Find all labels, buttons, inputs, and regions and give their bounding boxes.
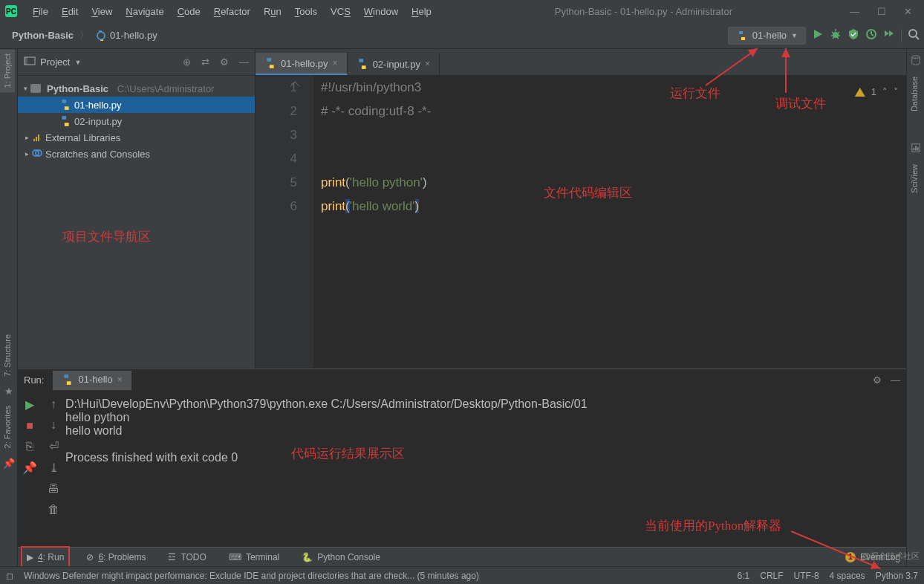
tree-file[interactable]: 02-input.py — [18, 113, 255, 129]
python-file-icon — [264, 57, 276, 69]
rerun-button[interactable]: ▶ — [25, 398, 34, 412]
menu-tools[interactable]: Tools — [289, 3, 323, 20]
editor-tab[interactable]: 01-hello.py × — [256, 53, 348, 75]
scroll-end-button[interactable]: ⤓ — [49, 461, 59, 475]
expand-button[interactable]: ⇄ — [201, 56, 209, 68]
status-interpreter[interactable]: Python 3.7 — [876, 571, 918, 581]
sciview-icon[interactable] — [907, 138, 924, 160]
tree-scratches[interactable]: ▸ Scratches and Consoles — [18, 146, 255, 162]
menu-view[interactable]: View — [85, 3, 118, 20]
svg-point-5 — [909, 30, 917, 37]
editor-tab[interactable]: 02-input.py × — [348, 53, 440, 75]
close-tab-icon[interactable]: × — [425, 59, 430, 69]
coverage-button[interactable] — [847, 28, 859, 42]
run-anything-button[interactable] — [883, 28, 895, 42]
up-button[interactable]: ↑ — [51, 398, 56, 411]
warning-icon[interactable] — [855, 88, 865, 97]
svg-rect-15 — [38, 134, 39, 141]
pin-button[interactable]: 📌 — [22, 461, 37, 475]
tool-database[interactable]: Database — [907, 72, 922, 116]
status-encoding[interactable]: UTF-8 — [794, 571, 819, 581]
run-tab[interactable]: 01-hello × — [53, 371, 131, 390]
minimize-button[interactable]: — — [850, 6, 859, 17]
status-line-sep[interactable]: CRLF — [760, 571, 783, 581]
bottom-tab-pyconsole[interactable]: 🐍Python Console — [297, 548, 385, 566]
menu-edit[interactable]: Edit — [56, 3, 84, 20]
maximize-button[interactable]: ☐ — [877, 6, 886, 17]
layout-button[interactable]: ⎘ — [26, 440, 33, 453]
menu-refactor[interactable]: Refactor — [208, 3, 256, 20]
python-file-icon — [357, 58, 368, 70]
run-settings-icon[interactable]: ⚙ — [873, 374, 882, 386]
next-highlight-button[interactable]: ˅ — [894, 80, 899, 104]
menu-navigate[interactable]: Navigate — [120, 3, 169, 20]
bottom-tab-todo[interactable]: ☲TODO — [163, 548, 210, 566]
status-position[interactable]: 6:1 — [738, 571, 750, 581]
pin-icon[interactable]: 📌 — [0, 453, 17, 473]
close-tab-icon[interactable]: × — [333, 58, 338, 68]
run-icon: ▶ — [27, 552, 33, 562]
locate-button[interactable]: ⊕ — [183, 56, 191, 68]
tool-sciview[interactable]: SciView — [907, 160, 922, 198]
chevron-down-icon: ▼ — [74, 59, 81, 66]
run-button[interactable] — [812, 28, 824, 42]
bottom-tab-run[interactable]: ▶4: Run — [22, 548, 68, 566]
window-title: Python-Basic - 01-hello.py - Administrat… — [437, 6, 850, 17]
database-icon[interactable] — [907, 51, 924, 72]
code-editor[interactable]: 123456 1 ˄ ˅ #!/usr/bin/python3 # -*- co… — [256, 76, 906, 368]
svg-text:PC: PC — [6, 7, 16, 16]
status-icon[interactable]: ◻ — [6, 571, 13, 581]
debug-button[interactable] — [830, 28, 842, 42]
run-panel-label: Run: — [24, 374, 44, 386]
run-config-selector[interactable]: 01-hello ▼ — [728, 27, 806, 45]
menu-vcs[interactable]: VCS — [325, 3, 357, 20]
python-icon — [62, 374, 74, 386]
chevron-right-icon: 〉 — [79, 29, 89, 42]
breadcrumb-file[interactable]: 01-hello.py — [95, 30, 157, 42]
project-tree: ▾ Python-Basic C:\Users\Administrator 01… — [18, 76, 255, 166]
bottom-tab-problems[interactable]: ⊘6: Problems — [82, 548, 150, 566]
svg-rect-9 — [915, 146, 917, 150]
tree-root[interactable]: ▾ Python-Basic C:\Users\Administrator — [18, 80, 255, 97]
svg-rect-13 — [33, 139, 35, 141]
search-everywhere-button[interactable] — [908, 28, 920, 42]
tree-file[interactable]: 01-hello.py — [18, 97, 255, 113]
watermark: @掘金技术社区 — [862, 551, 920, 562]
tool-favorites[interactable]: 2: Favorites — [0, 401, 15, 452]
tree-external-libs[interactable]: ▸ External Libraries — [18, 129, 255, 146]
star-icon[interactable]: ★ — [0, 381, 17, 401]
stop-button[interactable]: ■ — [26, 419, 33, 432]
toolbar: Python-Basic 〉 01-hello.py 01-hello ▼ — [0, 22, 924, 49]
status-message[interactable]: Windows Defender might impact performanc… — [24, 571, 479, 581]
soft-wrap-button[interactable]: ⏎ — [49, 439, 59, 453]
status-indent[interactable]: 4 spaces — [830, 571, 865, 581]
menu-help[interactable]: Help — [406, 3, 437, 20]
problems-icon: ⊘ — [86, 552, 94, 562]
menu-code[interactable]: Code — [172, 3, 206, 20]
trash-button[interactable]: 🗑 — [48, 503, 59, 516]
hide-panel-button[interactable]: — — [239, 56, 249, 68]
close-tab-icon[interactable]: × — [117, 374, 123, 385]
svg-point-6 — [911, 56, 920, 59]
tool-structure[interactable]: 7: Structure — [0, 330, 15, 381]
svg-rect-10 — [917, 147, 918, 150]
hide-run-panel-button[interactable]: — — [891, 374, 900, 386]
close-button[interactable]: ✕ — [904, 6, 912, 17]
bottom-tab-terminal[interactable]: ⌨Terminal — [224, 548, 284, 566]
settings-gear-icon[interactable]: ⚙ — [220, 56, 229, 68]
run-output[interactable]: D:\Hui\DevelopEnv\Python\Python379\pytho… — [65, 392, 906, 547]
down-button[interactable]: ↓ — [51, 418, 56, 432]
menu-window[interactable]: Window — [358, 3, 404, 20]
tool-project[interactable]: 1: Project — [0, 49, 15, 92]
prev-highlight-button[interactable]: ˄ — [882, 80, 888, 104]
breadcrumb: Python-Basic 〉 01-hello.py — [4, 29, 157, 42]
project-header[interactable]: Project ▼ — [24, 55, 81, 69]
library-icon — [32, 132, 42, 144]
menu-file[interactable]: FFileile — [27, 3, 54, 20]
menu-run[interactable]: Run — [258, 3, 287, 20]
breadcrumb-root[interactable]: Python-Basic — [12, 30, 74, 41]
status-bar: ◻ Windows Defender might impact performa… — [0, 566, 924, 584]
print-button[interactable]: 🖶 — [48, 482, 59, 496]
profiler-button[interactable] — [865, 28, 877, 42]
svg-rect-12 — [25, 57, 27, 65]
